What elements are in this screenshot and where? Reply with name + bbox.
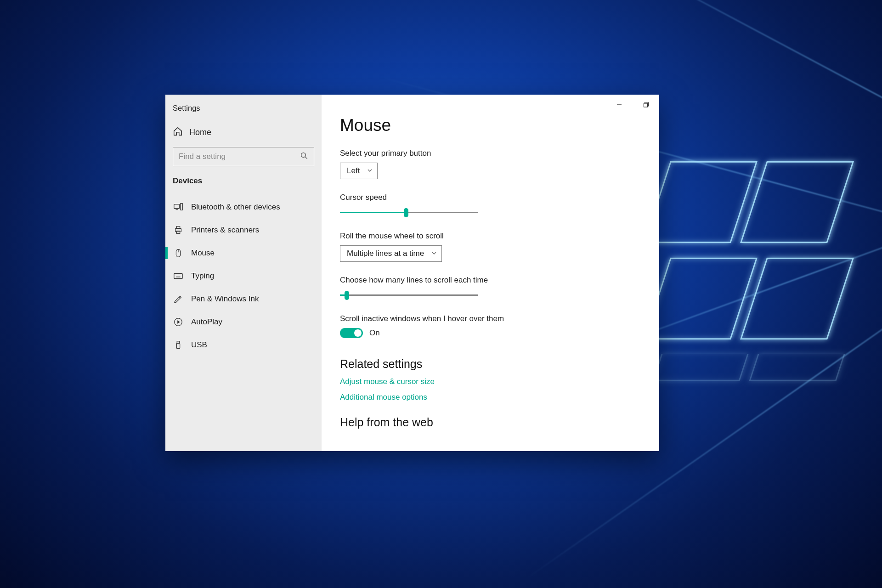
scroll-mode-label: Roll the mouse wheel to scroll: [340, 232, 659, 241]
sidebar-item-label: Mouse: [191, 249, 215, 258]
scroll-lines-slider[interactable]: [340, 289, 478, 300]
slider-fill: [340, 212, 406, 213]
sidebar-item-label: AutoPlay: [191, 317, 222, 327]
sidebar-item-usb[interactable]: USB: [165, 334, 322, 356]
titlebar-controls: [606, 95, 659, 115]
sidebar-item-typing[interactable]: Typing: [165, 265, 322, 288]
dropdown-value: Multiple lines at a time: [340, 249, 429, 258]
usb-icon: [173, 340, 184, 350]
sidebar-item-autoplay[interactable]: AutoPlay: [165, 311, 322, 334]
svg-rect-18: [177, 341, 180, 344]
page-title: Mouse: [340, 116, 659, 135]
slider-thumb[interactable]: [345, 291, 349, 300]
slider-thumb[interactable]: [404, 208, 408, 217]
home-button[interactable]: Home: [165, 123, 322, 147]
search-input[interactable]: [179, 152, 300, 161]
link-adjust-cursor-size[interactable]: Adjust mouse & cursor size: [340, 377, 659, 386]
decorative-square: [749, 354, 845, 381]
cursor-speed-label: Cursor speed: [340, 193, 659, 202]
scroll-inactive-label: Scroll inactive windows when I hover ove…: [340, 314, 659, 323]
sidebar-item-label: Typing: [191, 271, 214, 281]
primary-button-section: Select your primary button Left: [340, 149, 659, 179]
sidebar-item-bluetooth[interactable]: Bluetooth & other devices: [165, 196, 322, 219]
scroll-lines-section: Choose how many lines to scroll each tim…: [340, 276, 659, 300]
dropdown-value: Left: [340, 166, 364, 175]
category-title: Devices: [165, 176, 322, 196]
decorative-square: [644, 258, 758, 339]
related-heading: Related settings: [340, 357, 659, 371]
mouse-icon: [173, 248, 184, 258]
decorative-square: [652, 354, 748, 381]
scroll-mode-section: Roll the mouse wheel to scroll Multiple …: [340, 232, 659, 262]
svg-point-0: [301, 153, 306, 158]
help-section: Help from the web: [340, 416, 659, 429]
sidebar-item-label: Pen & Windows Ink: [191, 294, 259, 304]
sidebar-item-printers[interactable]: Printers & scanners: [165, 219, 322, 242]
pen-icon: [173, 294, 184, 304]
minimize-button[interactable]: [606, 95, 633, 115]
keyboard-icon: [173, 271, 184, 281]
cursor-speed-section: Cursor speed: [340, 193, 659, 218]
svg-rect-10: [174, 274, 182, 279]
scroll-inactive-section: Scroll inactive windows when I hover ove…: [340, 314, 659, 338]
scroll-mode-dropdown[interactable]: Multiple lines at a time: [340, 245, 442, 262]
decorative-square: [740, 161, 854, 243]
help-heading: Help from the web: [340, 416, 659, 429]
svg-rect-19: [176, 343, 180, 348]
svg-marker-17: [177, 320, 180, 323]
search-box[interactable]: [173, 147, 314, 166]
sidebar-item-mouse[interactable]: Mouse: [165, 242, 322, 265]
svg-rect-5: [175, 228, 181, 232]
maximize-button[interactable]: [633, 95, 659, 115]
svg-rect-2: [174, 204, 180, 209]
sidebar-item-label: USB: [191, 340, 207, 350]
sidebar: Settings Home Devices Bluetooth & other …: [165, 95, 322, 451]
app-title: Settings: [165, 99, 322, 123]
home-label: Home: [189, 128, 211, 137]
primary-button-dropdown[interactable]: Left: [340, 163, 378, 179]
autoplay-icon: [173, 317, 184, 327]
link-additional-mouse-options[interactable]: Additional mouse options: [340, 393, 659, 402]
sidebar-item-label: Printers & scanners: [191, 226, 259, 235]
related-settings-section: Related settings Adjust mouse & cursor s…: [340, 357, 659, 402]
settings-window: Settings Home Devices Bluetooth & other …: [165, 95, 659, 451]
sidebar-item-label: Bluetooth & other devices: [191, 203, 280, 212]
scroll-inactive-toggle[interactable]: [340, 328, 363, 338]
svg-rect-21: [644, 103, 648, 107]
slider-track: [340, 294, 478, 296]
devices-icon: [173, 202, 184, 212]
svg-rect-6: [176, 226, 180, 229]
cursor-speed-slider[interactable]: [340, 207, 478, 218]
home-icon: [173, 126, 183, 139]
chevron-down-icon: [364, 166, 377, 175]
printer-icon: [173, 225, 184, 235]
search-icon: [300, 152, 308, 162]
scroll-lines-label: Choose how many lines to scroll each tim…: [340, 276, 659, 285]
decorative-square: [740, 258, 854, 339]
svg-rect-7: [176, 231, 180, 234]
toggle-state-label: On: [369, 328, 380, 338]
content-pane: Mouse Select your primary button Left Cu…: [322, 95, 659, 451]
svg-line-1: [305, 157, 307, 159]
svg-rect-3: [181, 204, 183, 210]
decorative-square: [644, 161, 758, 243]
chevron-down-icon: [429, 249, 441, 258]
sidebar-item-pen[interactable]: Pen & Windows Ink: [165, 288, 322, 311]
primary-button-label: Select your primary button: [340, 149, 659, 158]
